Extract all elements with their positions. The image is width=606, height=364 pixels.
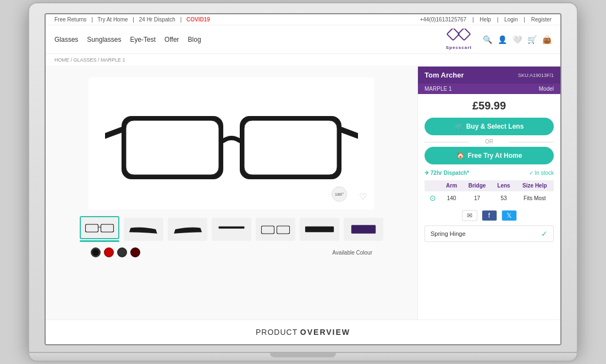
product-model-row: MARPLE 1 Model	[418, 84, 560, 94]
covid-label[interactable]: COVID19	[186, 16, 210, 23]
account-icon[interactable]: 👤	[498, 35, 507, 44]
top-bar: Free Returns | Try At Home | 24 Hr Dispa…	[46, 14, 560, 25]
specs-lens-value: 53	[492, 191, 515, 205]
spring-hinge-dropdown[interactable]: Spring Hinge ✓	[425, 225, 554, 242]
specs-bridge-value: 17	[462, 191, 492, 205]
help-link[interactable]: Help	[480, 16, 491, 23]
svg-rect-3	[126, 120, 219, 175]
specs-bridge-header: Bridge	[462, 180, 492, 191]
dispatch-row: ✈ 72hr Dispatch* ✓ In stock	[425, 170, 554, 176]
laptop-notch	[270, 353, 336, 357]
twitter-share-button[interactable]: 𝕏	[502, 210, 517, 221]
product-gallery: 180° ♡	[46, 67, 417, 319]
logo-text: Specscart	[446, 45, 472, 50]
email-share-button[interactable]: ✉	[462, 210, 477, 221]
register-link[interactable]: Register	[531, 16, 552, 23]
model-label: Model	[539, 86, 554, 92]
specs-arm-header: Arm	[440, 180, 462, 191]
home-icon-btn: 🏠	[456, 152, 465, 159]
logo[interactable]: Specscart	[446, 29, 472, 50]
free-returns: Free Returns	[54, 16, 86, 23]
login-link[interactable]: Login	[504, 16, 517, 23]
thumbnail-6[interactable]	[300, 218, 339, 241]
try-home-button[interactable]: 🏠 Free Try At Home	[425, 147, 554, 164]
main-image-area: 180° ♡	[89, 78, 374, 209]
specs-lens-header: Lens	[492, 180, 515, 191]
try-btn-label: Free Try At Home	[468, 152, 522, 159]
color-dot-red[interactable]	[104, 247, 114, 257]
specs-sizehelp-value: Fits Most	[516, 191, 554, 205]
dispatch-label: 24 Hr Dispatch	[139, 16, 175, 23]
thumbnail-5[interactable]	[256, 218, 295, 241]
rotate-badge[interactable]: 180°	[332, 186, 347, 202]
nav-eye-test[interactable]: Eye-Test	[130, 36, 156, 43]
thumbnail-2[interactable]	[124, 218, 163, 241]
svg-rect-11	[86, 225, 98, 232]
specs-icon: ⊙	[425, 191, 440, 205]
nav-blog[interactable]: Blog	[188, 36, 201, 43]
svg-rect-18	[277, 226, 289, 233]
spring-hinge-label: Spring Hinge	[431, 230, 466, 237]
color-dot-darkred[interactable]	[130, 247, 140, 257]
dispatch-text: ✈ 72hr Dispatch*	[425, 170, 469, 176]
laptop-base	[28, 353, 578, 362]
in-stock-text: ✓ In stock	[529, 170, 554, 176]
color-section: Available Colour	[89, 247, 374, 257]
search-icon[interactable]: 🔍	[483, 35, 492, 44]
available-colour-label: Available Colour	[332, 250, 372, 256]
product-price: £59.99	[425, 100, 554, 112]
product-header-band: Tom Archer SKU:A19013F/1	[418, 67, 560, 84]
nav-sunglasses[interactable]: Sunglasses	[87, 36, 121, 43]
svg-line-6	[105, 130, 122, 138]
specs-sizehelp-header: Size Help	[516, 180, 554, 191]
overview-text: PRODUCT	[256, 328, 300, 337]
product-detail-panel: Tom Archer SKU:A19013F/1 MARPLE 1 Model …	[417, 67, 560, 319]
svg-rect-20	[351, 225, 376, 234]
product-model: MARPLE 1	[425, 86, 451, 92]
wishlist-button[interactable]: ♡	[359, 191, 367, 202]
overview-bold: OVERVIEW	[300, 328, 350, 337]
header-icons: 🔍 👤 🤍 🛒 👜	[483, 35, 552, 44]
header: Glasses Sunglasses Eye-Test Offer Blog S…	[46, 25, 560, 54]
cart-icon[interactable]: 🛒	[527, 35, 537, 44]
svg-rect-13	[101, 225, 113, 232]
svg-line-7	[341, 130, 358, 138]
screen-bezel: Free Returns | Try At Home | 24 Hr Dispa…	[28, 2, 578, 353]
product-image	[105, 89, 358, 198]
svg-rect-5	[244, 120, 337, 175]
buy-btn-label: Buy & Select Lens	[466, 123, 524, 130]
product-overview: PRODUCT OVERVIEW	[46, 319, 560, 344]
try-at-home: Try At Home	[97, 16, 128, 23]
color-dot-darkgrey[interactable]	[117, 247, 127, 257]
thumbnail-3[interactable]	[168, 218, 207, 241]
thumbnail-7[interactable]	[344, 218, 383, 241]
nav-glasses[interactable]: Glasses	[54, 36, 78, 43]
logo-icon	[447, 29, 471, 45]
product-body: £59.99 🛒 Buy & Select Lens OR 🏠 Free Try…	[418, 94, 560, 319]
specs-header-icon	[425, 180, 440, 191]
facebook-share-button[interactable]: f	[482, 210, 497, 221]
wishlist-icon[interactable]: 🤍	[513, 35, 522, 44]
laptop-shell: Free Returns | Try At Home | 24 Hr Dispa…	[28, 2, 578, 362]
svg-rect-14	[219, 226, 245, 228]
thumbnail-row	[80, 216, 383, 242]
thumbnail-4[interactable]	[212, 218, 251, 241]
main-content: 180° ♡	[46, 67, 560, 319]
thumbnail-1[interactable]	[80, 216, 119, 239]
laptop-screen: Free Returns | Try At Home | 24 Hr Dispa…	[45, 13, 561, 345]
dropdown-arrow-icon: ✓	[541, 229, 548, 238]
top-bar-left: Free Returns | Try At Home | 24 Hr Dispa…	[54, 16, 213, 23]
specs-arm-value: 140	[440, 191, 462, 205]
svg-rect-16	[262, 226, 274, 233]
bag-icon[interactable]: 👜	[542, 35, 552, 44]
rotate-label: 180°	[335, 192, 344, 197]
product-name: Tom Archer	[425, 71, 464, 79]
or-divider: OR	[425, 139, 554, 145]
color-dot-black[interactable]	[91, 247, 101, 257]
main-nav: Glasses Sunglasses Eye-Test Offer Blog	[54, 36, 435, 43]
product-sku: SKU:A19013F/1	[518, 73, 554, 78]
buy-button[interactable]: 🛒 Buy & Select Lens	[425, 118, 554, 135]
nav-offer[interactable]: Offer	[164, 36, 179, 43]
top-bar-right: +44(0)1613125767 | Help | Login | Regist…	[415, 16, 552, 23]
breadcrumb: HOME / GLASSES / MARPLE 1	[46, 54, 560, 67]
